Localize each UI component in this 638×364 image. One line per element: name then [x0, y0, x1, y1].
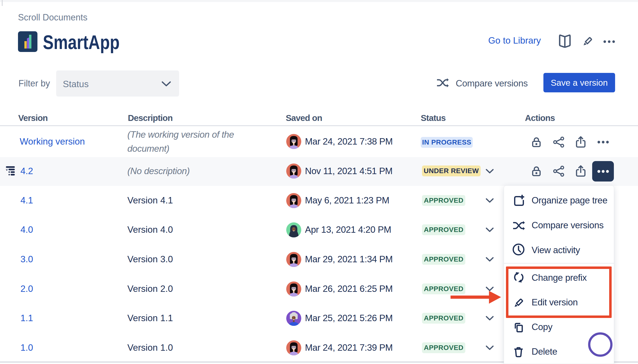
svg-text:v: v	[6, 168, 8, 172]
